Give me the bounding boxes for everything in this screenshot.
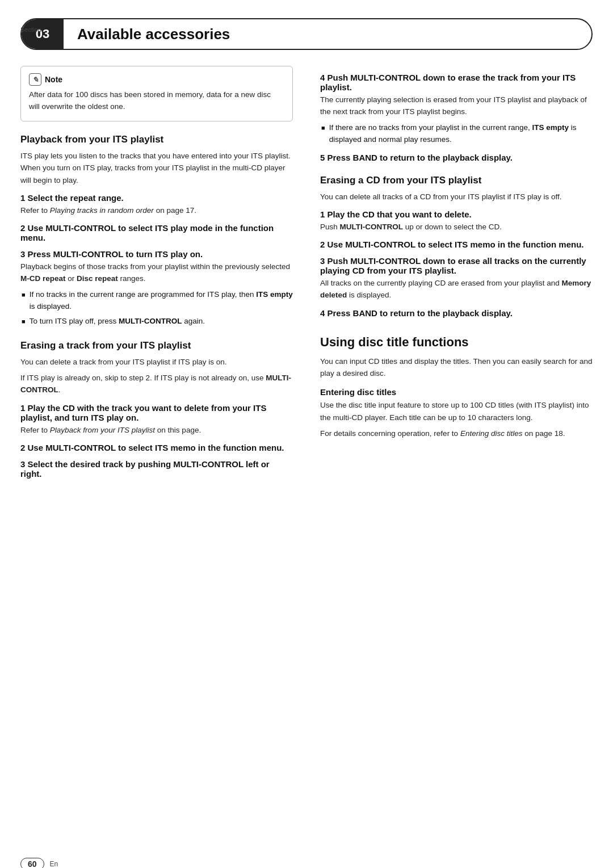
right-step4-heading: 4 Push MULTI-CONTROL down to erase the t… xyxy=(320,73,593,92)
step1-text: Refer to Playing tracks in random order … xyxy=(20,204,293,216)
page-wrapper: Section 03 Available accessories ✎ Note … xyxy=(0,18,613,868)
erasing-track-heading: Erasing a track from your ITS playlist xyxy=(20,340,293,351)
cd-step1-text: Push MULTI-CONTROL up or down to select … xyxy=(320,221,593,233)
section-badge: 03 xyxy=(22,18,64,50)
bullet1: ■ If no tracks in the current range are … xyxy=(20,289,293,313)
erasing-cd-section: Erasing a CD from your ITS playlist You … xyxy=(320,175,593,318)
erase-step1-heading: 1 Play the CD with the track you want to… xyxy=(20,403,293,422)
bullet2-text: To turn ITS play off, press MULTI-CONTRO… xyxy=(30,316,205,328)
erase-step2-heading: 2 Use MULTI-CONTROL to select ITS memo i… xyxy=(20,443,293,452)
cd-step1-heading: 1 Play the CD that you want to delete. xyxy=(320,209,593,219)
page-number: 60 xyxy=(20,858,44,868)
erasing-cd-heading: Erasing a CD from your ITS playlist xyxy=(320,175,593,186)
step2-heading: 2 Use MULTI-CONTROL to select ITS play m… xyxy=(20,223,293,242)
right-step4-text: The currently playing selection is erase… xyxy=(320,94,593,118)
page-title: Available accessories xyxy=(64,26,230,43)
bullet2: ■ To turn ITS play off, press MULTI-CONT… xyxy=(20,316,293,328)
erasing-track-section: Erasing a track from your ITS playlist Y… xyxy=(20,340,293,479)
right-bullet1: ■ If there are no tracks from your playl… xyxy=(320,122,593,146)
footer-language: En xyxy=(50,860,58,868)
header-bar: 03 Available accessories xyxy=(20,18,593,50)
note-text: After data for 100 discs has been stored… xyxy=(29,89,283,113)
disc-title-heading: Using disc title functions xyxy=(320,335,593,350)
right-bullet-icon-1: ■ xyxy=(321,123,325,133)
entering-disc-titles-subsection: Entering disc titles Use the disc title … xyxy=(320,387,593,439)
right-column: 4 Push MULTI-CONTROL down to erase the t… xyxy=(320,66,593,480)
bullet1-text: If no tracks in the current range are pr… xyxy=(30,289,293,313)
cd-step4-heading: 4 Press BAND to return to the playback d… xyxy=(320,308,593,318)
erase-step3-heading: 3 Select the desired track by pushing MU… xyxy=(20,459,293,479)
step1-heading: 1 Select the repeat range. xyxy=(20,193,293,203)
right-bullet1-text: If there are no tracks from your playlis… xyxy=(329,122,593,146)
note-title: ✎ Note xyxy=(29,73,283,86)
playback-section: Playback from your ITS playlist ITS play… xyxy=(20,134,293,328)
erasing-cd-intro: You can delete all tracks of a CD from y… xyxy=(320,191,593,203)
entering-disc-titles-text: Use the disc title input feature to stor… xyxy=(320,399,593,423)
step3-text: Playback begins of those tracks from you… xyxy=(20,261,293,285)
bullet-icon-2: ■ xyxy=(22,317,26,326)
disc-title-intro: You can input CD titles and display the … xyxy=(320,355,593,380)
playback-intro: ITS play lets you listen to the tracks t… xyxy=(20,150,293,186)
main-content: ✎ Note After data for 100 discs has been… xyxy=(0,50,613,503)
erasing-track-text2: If ITS play is already on, skip to step … xyxy=(20,372,293,396)
left-column: ✎ Note After data for 100 discs has been… xyxy=(20,66,293,480)
step3-heading: 3 Press MULTI-CONTROL to turn ITS play o… xyxy=(20,249,293,259)
cd-step3-heading: 3 Push MULTI-CONTROL down to erase all t… xyxy=(320,256,593,275)
entering-disc-titles-text2: For details concerning operation, refer … xyxy=(320,427,593,439)
entering-disc-titles-heading: Entering disc titles xyxy=(320,387,593,397)
note-icon: ✎ xyxy=(29,73,41,86)
bullet-icon-1: ■ xyxy=(22,290,26,300)
footer: 60 En xyxy=(20,858,58,868)
cd-step3-text: All tracks on the currently playing CD a… xyxy=(320,277,593,301)
playback-heading: Playback from your ITS playlist xyxy=(20,134,293,145)
erase-step1-text: Refer to Playback from your ITS playlist… xyxy=(20,424,293,436)
right-step5-heading: 5 Press BAND to return to the playback d… xyxy=(320,153,593,162)
erasing-track-intro: You can delete a track from your ITS pla… xyxy=(20,356,293,368)
disc-title-section: Using disc title functions You can input… xyxy=(320,335,593,440)
section-label: Section xyxy=(20,26,41,33)
note-label: Note xyxy=(45,75,62,84)
cd-step2-heading: 2 Use MULTI-CONTROL to select ITS memo i… xyxy=(320,240,593,249)
note-box: ✎ Note After data for 100 discs has been… xyxy=(20,66,293,121)
